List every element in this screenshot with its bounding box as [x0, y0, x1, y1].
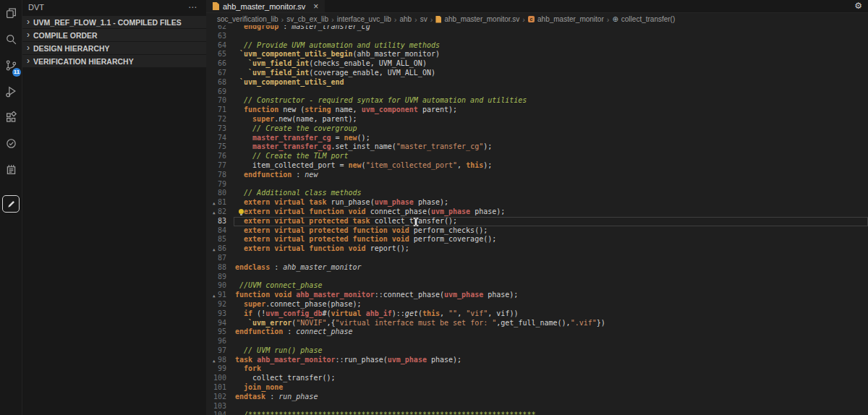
testing-icon[interactable] — [0, 130, 22, 156]
code-line[interactable]: 75 master_transfer_cg.set_inst_name("mas… — [206, 142, 868, 152]
code-line[interactable]: 71 function new (string name, uvm_compon… — [206, 106, 868, 115]
line-number: 104 — [206, 411, 226, 415]
method-symbol-icon: ⊕ — [612, 16, 618, 23]
settings-gear-icon[interactable]: ⚙ — [854, 1, 862, 11]
line-number: 81 — [206, 198, 226, 208]
more-actions-icon[interactable]: ⋯ — [188, 2, 197, 12]
code-line[interactable]: 73 // Create the covergroup — [206, 124, 868, 134]
tab-label: ahb_master_monitor.sv — [223, 2, 305, 11]
code-line[interactable]: 84 extern virtual protected function voi… — [206, 226, 868, 236]
line-number: 65 — [206, 50, 226, 59]
code-line[interactable]: 65 `uvm_component_utils_begin(ahb_master… — [206, 50, 868, 59]
verification-library-icon[interactable] — [0, 156, 22, 182]
code-line[interactable]: ▲81 extern virtual task run_phase(uvm_ph… — [206, 198, 868, 208]
breadcrumb-label: soc_verification_lib — [217, 15, 278, 23]
run-debug-icon[interactable] — [0, 78, 22, 104]
code-line[interactable]: 95endfunction : connect_phase — [206, 328, 868, 337]
explorer-icon[interactable] — [0, 0, 22, 26]
line-number: 91 — [206, 291, 226, 300]
code-line[interactable]: 97 // UVM run() phase — [206, 346, 868, 356]
line-text: // Create the TLM port — [235, 152, 349, 161]
line-number: 101 — [206, 383, 226, 393]
code-viewport[interactable]: 62 endgroup : master_transfer_cg6364 // … — [206, 25, 868, 415]
code-line[interactable]: 103 — [206, 402, 868, 411]
code-line[interactable]: 79 — [206, 180, 868, 189]
code-line[interactable]: 62 endgroup : master_transfer_cg — [206, 25, 868, 32]
dvt-icon[interactable] — [0, 191, 22, 217]
breadcrumb-item[interactable]: cahb_master_monitor — [528, 15, 604, 23]
line-number: 99 — [206, 364, 226, 374]
sidebar-section-verification-hierarchy[interactable]: ›VERIFICATION HIERARCHY — [22, 55, 206, 67]
source-control-icon[interactable]: 11 — [0, 52, 22, 78]
code-line[interactable]: 76 // Create the TLM port — [206, 152, 868, 161]
line-number: 66 — [206, 59, 226, 69]
code-line[interactable]: 102endtask : run_phase — [206, 393, 868, 402]
breadcrumb-item[interactable]: sv_cb_ex_lib — [286, 15, 328, 23]
code-line[interactable]: 66 `uvm_field_int(checks_enable, UVM_ALL… — [206, 59, 868, 69]
code-line[interactable]: 64 // Provide UVM automation and utility… — [206, 41, 868, 51]
extensions-icon[interactable] — [0, 104, 22, 130]
breadcrumb-item[interactable]: ahb — [399, 15, 412, 23]
code-line[interactable]: 68 `uvm_component_utils_end — [206, 78, 868, 87]
code-line[interactable]: 104 /***********************************… — [206, 411, 868, 415]
breadcrumb-item[interactable]: soc_verification_lib — [217, 15, 278, 23]
line-number: 73 — [206, 124, 226, 134]
sidebar-section-uvm-ref-flow-1-1-compiled-files[interactable]: ›UVM_REF_FLOW_1.1 - COMPILED FILES — [22, 16, 206, 28]
line-text: fork — [235, 364, 261, 374]
breadcrumb-label: sv_cb_ex_lib — [286, 15, 328, 23]
code-line[interactable]: ▲82 extern virtual function void connect… — [206, 208, 868, 217]
breadcrumb-item[interactable]: ⊕collect_transfer() — [612, 15, 675, 23]
code-line[interactable]: ▲98task ahb_master_monitor::run_phase(uv… — [206, 356, 868, 365]
code-line[interactable]: 94 `uvm_error("NOVIF",{"virtual interfac… — [206, 319, 868, 328]
code-line[interactable]: 99 fork — [206, 364, 868, 374]
line-number: 97 — [206, 346, 226, 356]
tab-close-icon[interactable]: × — [313, 1, 318, 12]
sv-file-icon — [435, 16, 441, 23]
line-number: 80 — [206, 189, 226, 198]
sidebar-section-compile-order[interactable]: ›COMPILE ORDER — [22, 29, 206, 41]
line-number: 77 — [206, 161, 226, 171]
code-line[interactable]: 70 // Constructor - required syntax for … — [206, 96, 868, 106]
class-symbol-icon: c — [528, 16, 535, 22]
code-line[interactable]: 78 endfunction : new — [206, 171, 868, 180]
code-line[interactable]: 101 join_none — [206, 383, 868, 393]
chevron-right-icon: › — [27, 56, 30, 66]
code-line[interactable]: 74 master_transfer_cg = new(); — [206, 134, 868, 143]
code-line[interactable]: 96 — [206, 337, 868, 346]
breadcrumb-item[interactable]: ahb_master_monitor.sv — [435, 15, 519, 23]
code-line[interactable]: 89 — [206, 273, 868, 282]
section-label: VERIFICATION HIERARCHY — [33, 57, 134, 66]
code-line[interactable]: 63 — [206, 32, 868, 41]
code-line[interactable]: 85 extern virtual protected function voi… — [206, 235, 868, 244]
sidebar-section-design-hierarchy[interactable]: ›DESIGN HIERARCHY — [22, 42, 206, 54]
sv-file-icon — [213, 2, 219, 10]
line-number: 71 — [206, 106, 226, 115]
line-number: 67 — [206, 69, 226, 78]
code-line[interactable]: 92 super.connect_phase(phase); — [206, 300, 868, 309]
code-line-current[interactable]: 83 extern virtual protected task collect… — [206, 217, 868, 226]
code-line[interactable]: 80 // Additional class methods — [206, 189, 868, 198]
code-line[interactable]: 67 `uvm_field_int(coverage_enable, UVM_A… — [206, 69, 868, 78]
breadcrumb-item[interactable]: sv — [420, 15, 427, 23]
code-line[interactable]: 69 — [206, 87, 868, 97]
line-number: 94 — [206, 319, 226, 328]
line-text: // Create the covergroup — [235, 124, 357, 134]
tab-ahb-master-monitor[interactable]: ahb_master_monitor.sv × — [206, 0, 325, 12]
line-text: endgroup : master_transfer_cg — [235, 25, 370, 32]
code-line[interactable]: ▲86 extern virtual function void report(… — [206, 244, 868, 254]
search-icon[interactable] — [0, 26, 22, 52]
lightbulb-icon[interactable] — [239, 209, 244, 214]
line-text: // UVM run() phase — [235, 346, 322, 356]
code-line[interactable]: 90 //UVM connect_phase — [206, 281, 868, 291]
code-line[interactable]: ▲91function void ahb_master_monitor::con… — [206, 291, 868, 300]
code-line[interactable]: 87 — [206, 254, 868, 263]
code-line[interactable]: 77 item_collected_port = new("item_colle… — [206, 161, 868, 171]
code-line[interactable]: 100 collect_transfer(); — [206, 374, 868, 383]
code-line[interactable]: 93 if (!uvm_config_db#(virtual ahb_if)::… — [206, 309, 868, 319]
line-text: extern virtual protected function void p… — [235, 226, 488, 236]
sidebar: DVT ⋯ ›UVM_REF_FLOW_1.1 - COMPILED FILES… — [22, 0, 206, 415]
sidebar-sections: ›UVM_REF_FLOW_1.1 - COMPILED FILES›COMPI… — [22, 16, 206, 67]
code-line[interactable]: 72 super.new(name, parent); — [206, 115, 868, 124]
code-line[interactable]: 88endclass : ahb_master_monitor — [206, 263, 868, 273]
breadcrumb-item[interactable]: interface_uvc_lib — [337, 15, 391, 23]
